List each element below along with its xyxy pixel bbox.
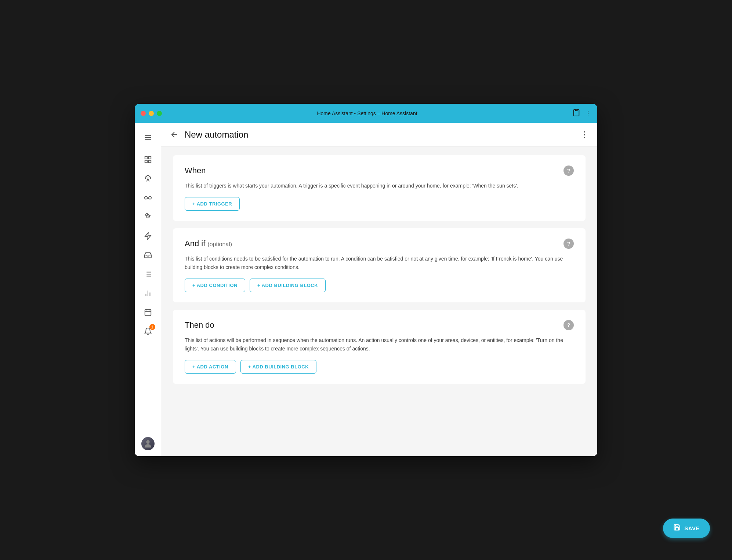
- close-button[interactable]: [141, 111, 146, 116]
- sidebar-item-energy[interactable]: [139, 227, 157, 245]
- sidebar-item-debug[interactable]: [139, 170, 157, 188]
- svg-rect-0: [575, 109, 577, 110]
- sidebar-item-chart[interactable]: [139, 284, 157, 302]
- sidebar-item-list[interactable]: [139, 265, 157, 283]
- user-avatar[interactable]: [141, 437, 155, 450]
- add-condition-button[interactable]: + ADD CONDITION: [185, 279, 245, 292]
- when-title: When: [185, 166, 206, 175]
- avatar-image: [141, 437, 155, 450]
- titlebar: Home Assistant - Settings – Home Assista…: [135, 104, 597, 123]
- sidebar-item-inbox[interactable]: [139, 246, 157, 264]
- main-content: New automation ⋮ When ? This list of tri…: [161, 123, 597, 456]
- titlebar-actions: ⋮: [572, 109, 591, 119]
- svg-rect-19: [145, 310, 151, 316]
- page-title: New automation: [185, 130, 580, 140]
- titlebar-title: Home Assistant - Settings – Home Assista…: [162, 110, 572, 116]
- svg-point-23: [146, 440, 149, 444]
- when-button-row: + ADD TRIGGER: [185, 197, 574, 211]
- content-area: When ? This list of triggers is what sta…: [161, 146, 597, 456]
- sidebar-item-calendar[interactable]: [139, 303, 157, 321]
- sidebar-item-brain[interactable]: [139, 208, 157, 226]
- and-if-optional-label: (optional): [207, 241, 232, 247]
- notification-badge: 1: [149, 324, 155, 330]
- maximize-button[interactable]: [157, 111, 162, 116]
- when-section-header: When ?: [185, 166, 574, 176]
- save-label: SAVE: [684, 525, 700, 531]
- and-if-button-row: + ADD CONDITION + ADD BUILDING BLOCK: [185, 279, 574, 292]
- and-if-section: And if (optional) ? This list of conditi…: [173, 228, 586, 302]
- add-building-block-condition-button[interactable]: + ADD BUILDING BLOCK: [250, 279, 326, 292]
- save-button[interactable]: SAVE: [663, 519, 710, 538]
- and-if-title-text: And if: [185, 239, 205, 248]
- app-body: 1: [135, 123, 597, 456]
- clipboard-icon[interactable]: [572, 109, 580, 119]
- sidebar-item-dashboard[interactable]: [139, 151, 157, 168]
- app-window: Home Assistant - Settings – Home Assista…: [135, 104, 597, 456]
- then-do-section-header: Then do ?: [185, 320, 574, 330]
- sidebar: 1: [135, 123, 161, 456]
- then-do-section: Then do ? This list of actions will be p…: [173, 310, 586, 384]
- sidebar-menu-button[interactable]: [139, 129, 157, 146]
- svg-marker-9: [145, 233, 151, 239]
- svg-rect-6: [145, 160, 147, 163]
- then-do-help-icon[interactable]: ?: [564, 320, 574, 330]
- add-trigger-button[interactable]: + ADD TRIGGER: [185, 197, 240, 211]
- back-button[interactable]: [170, 130, 179, 139]
- then-do-button-row: + ADD ACTION + ADD BUILDING BLOCK: [185, 360, 574, 374]
- sidebar-item-infinity[interactable]: [139, 189, 157, 207]
- when-help-icon[interactable]: ?: [564, 166, 574, 176]
- minimize-button[interactable]: [149, 111, 154, 116]
- more-vert-icon[interactable]: ⋮: [585, 109, 591, 117]
- add-building-block-action-button[interactable]: + ADD BUILDING BLOCK: [240, 360, 316, 374]
- when-section: When ? This list of triggers is what sta…: [173, 155, 586, 221]
- sidebar-item-avatar[interactable]: [139, 433, 157, 450]
- sidebar-item-notifications[interactable]: 1: [139, 323, 157, 340]
- and-if-title: And if (optional): [185, 239, 232, 248]
- add-action-button[interactable]: + ADD ACTION: [185, 360, 236, 374]
- then-do-description: This list of actions will be performed i…: [185, 336, 574, 353]
- svg-rect-5: [148, 157, 151, 159]
- svg-rect-7: [148, 160, 151, 163]
- svg-rect-4: [145, 157, 147, 159]
- top-bar: New automation ⋮: [161, 123, 597, 146]
- traffic-lights: [141, 111, 162, 116]
- top-bar-more-icon[interactable]: ⋮: [580, 130, 588, 139]
- and-if-section-header: And if (optional) ?: [185, 239, 574, 249]
- then-do-title: Then do: [185, 320, 214, 330]
- when-description: This list of triggers is what starts you…: [185, 182, 574, 190]
- save-icon: [673, 524, 681, 533]
- and-if-description: This list of conditions needs to be sati…: [185, 255, 574, 271]
- and-if-help-icon[interactable]: ?: [564, 239, 574, 249]
